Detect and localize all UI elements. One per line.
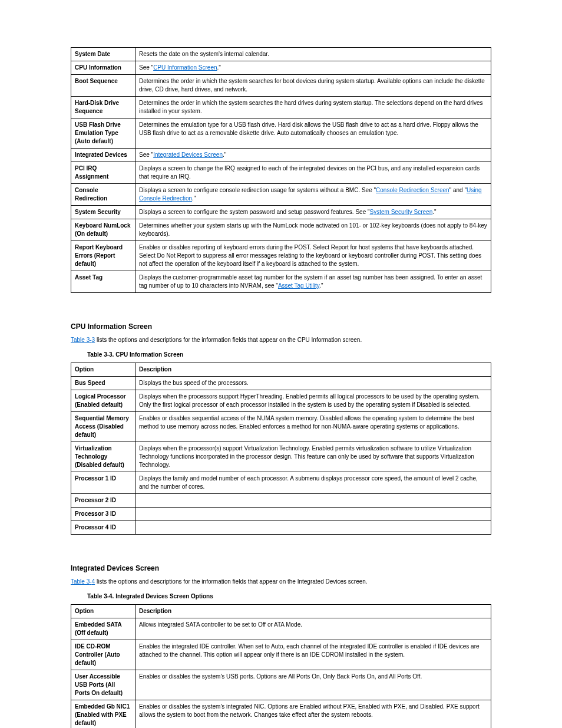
option-cell: IDE CD-ROM Controller (Auto default) xyxy=(71,640,135,670)
option-cell: Report Keyboard Errors (Report default) xyxy=(71,241,135,271)
table-row: IDE CD-ROM Controller (Auto default) Ena… xyxy=(71,640,491,670)
table-row: User Accessible USB Ports (All Ports On … xyxy=(71,670,491,700)
cpu-information-screen-link[interactable]: CPU Information Screen xyxy=(153,64,217,71)
option-cell: USB Flash Drive Emulation Type (Auto def… xyxy=(71,118,135,149)
option-cell: Processor 3 ID xyxy=(71,508,135,521)
table-row: Processor 4 ID xyxy=(71,521,491,535)
table-row: Bus Speed Displays the bus speed of the … xyxy=(71,377,491,390)
description-cell: Displays the bus speed of the processors… xyxy=(135,377,491,390)
header-option: Option xyxy=(71,363,135,377)
table-row: USB Flash Drive Emulation Type (Auto def… xyxy=(71,118,491,149)
description-cell: Resets the date on the system's internal… xyxy=(135,48,491,61)
system-setup-table: System Date Resets the date on the syste… xyxy=(71,47,491,293)
asset-tag-utility-link[interactable]: Asset Tag Utility xyxy=(278,282,319,289)
table-row: Sequential Memory Access (Disabled defau… xyxy=(71,412,491,442)
table-row: Embedded Gb NIC1 (Enabled with PXE defau… xyxy=(71,700,491,729)
cpu-table-caption: Table 3-3. CPU Information Screen xyxy=(87,351,491,358)
option-cell: Console Redirection xyxy=(71,184,135,206)
table-row: Logical Processor (Enabled default) Disp… xyxy=(71,390,491,412)
table-row: Boot Sequence Determines the order in wh… xyxy=(71,75,491,97)
description-cell: Displays when the processors support Hyp… xyxy=(135,390,491,412)
integrated-devices-table: Option Description Embedded SATA (Off de… xyxy=(71,604,491,728)
header-description: Description xyxy=(135,363,491,377)
table-row: Console Redirection Displays a screen to… xyxy=(71,184,491,206)
option-cell: User Accessible USB Ports (All Ports On … xyxy=(71,670,135,700)
intdev-table-caption: Table 3-4. Integrated Devices Screen Opt… xyxy=(87,593,491,599)
integrated-devices-heading: Integrated Devices Screen xyxy=(71,564,491,572)
table-row: Report Keyboard Errors (Report default) … xyxy=(71,241,491,271)
description-cell: Enables or disables the system's USB por… xyxy=(135,670,491,700)
description-cell: Determines whether your system starts up… xyxy=(135,219,491,241)
console-redirection-screen-link[interactable]: Console Redirection Screen xyxy=(376,187,449,193)
description-cell: Determines the order in which the system… xyxy=(135,75,491,97)
table-row: Processor 3 ID xyxy=(71,508,491,521)
description-cell: Displays a screen to configure console r… xyxy=(135,184,491,206)
description-cell xyxy=(135,508,491,521)
option-cell: Bus Speed xyxy=(71,377,135,390)
description-cell: Enables the integrated IDE controller. W… xyxy=(135,640,491,670)
header-description: Description xyxy=(135,605,491,618)
option-cell: Embedded SATA (Off default) xyxy=(71,618,135,640)
option-cell: Sequential Memory Access (Disabled defau… xyxy=(71,412,135,442)
table-row: PCI IRQ Assignment Displays a screen to … xyxy=(71,162,491,184)
integrated-devices-screen-link[interactable]: Integrated Devices Screen xyxy=(153,151,223,158)
option-cell: Keyboard NumLock (On default) xyxy=(71,219,135,241)
option-cell: Virtualization Technology (Disabled defa… xyxy=(71,442,135,472)
option-cell: Hard-Disk Drive Sequence xyxy=(71,97,135,118)
table-row: System Date Resets the date on the syste… xyxy=(71,48,491,61)
option-cell: Embedded Gb NIC1 (Enabled with PXE defau… xyxy=(71,700,135,729)
system-security-screen-link[interactable]: System Security Screen xyxy=(370,209,433,215)
description-cell: Displays the customer-programmable asset… xyxy=(135,271,491,293)
option-cell: CPU Information xyxy=(71,61,135,75)
description-cell: Displays when the processor(s) support V… xyxy=(135,442,491,472)
option-cell: Processor 1 ID xyxy=(71,472,135,494)
description-cell: Displays a screen to configure the syste… xyxy=(135,206,491,219)
table-row: Asset Tag Displays the customer-programm… xyxy=(71,271,491,293)
cpu-information-table: Option Description Bus Speed Displays th… xyxy=(71,363,491,535)
table-3-4-link[interactable]: Table 3-4 xyxy=(71,578,95,585)
table-row: Integrated Devices See "Integrated Devic… xyxy=(71,149,491,162)
table-row: Processor 1 ID Displays the family and m… xyxy=(71,472,491,494)
table-row: Embedded SATA (Off default) Allows integ… xyxy=(71,618,491,640)
description-cell: Displays the family and model number of … xyxy=(135,472,491,494)
option-cell: System Date xyxy=(71,48,135,61)
table-header-row: Option Description xyxy=(71,605,491,618)
option-cell: Processor 2 ID xyxy=(71,494,135,508)
description-cell xyxy=(135,494,491,508)
description-cell: Determines the emulation type for a USB … xyxy=(135,118,491,149)
table-row: Virtualization Technology (Disabled defa… xyxy=(71,442,491,472)
description-cell: Enables or disables the system's integra… xyxy=(135,700,491,729)
option-cell: PCI IRQ Assignment xyxy=(71,162,135,184)
option-cell: Asset Tag xyxy=(71,271,135,293)
table-3-3-link[interactable]: Table 3-3 xyxy=(71,337,95,343)
cpu-intro-text: Table 3-3 lists the options and descript… xyxy=(71,335,491,344)
option-cell: System Security xyxy=(71,206,135,219)
document-page: System Date Resets the date on the syste… xyxy=(0,0,562,728)
description-cell: Enables or disables reporting of keyboar… xyxy=(135,241,491,271)
description-cell: See "CPU Information Screen." xyxy=(135,61,491,75)
cpu-information-heading: CPU Information Screen xyxy=(71,322,491,331)
table-row: Hard-Disk Drive Sequence Determines the … xyxy=(71,97,491,118)
table-row: CPU Information See "CPU Information Scr… xyxy=(71,61,491,75)
description-cell: Determines the order in which the system… xyxy=(135,97,491,118)
option-cell: Boot Sequence xyxy=(71,75,135,97)
table-row: Processor 2 ID xyxy=(71,494,491,508)
header-option: Option xyxy=(71,605,135,618)
description-cell: Displays a screen to change the IRQ assi… xyxy=(135,162,491,184)
table-row: System Security Displays a screen to con… xyxy=(71,206,491,219)
description-cell: See "Integrated Devices Screen." xyxy=(135,149,491,162)
option-cell: Processor 4 ID xyxy=(71,521,135,535)
description-cell xyxy=(135,521,491,535)
intdev-intro-text: Table 3-4 lists the options and descript… xyxy=(71,577,491,586)
description-cell: Allows integrated SATA controller to be … xyxy=(135,618,491,640)
option-cell: Logical Processor (Enabled default) xyxy=(71,390,135,412)
description-cell: Enables or disables sequential access of… xyxy=(135,412,491,442)
option-cell: Integrated Devices xyxy=(71,149,135,162)
table-row: Keyboard NumLock (On default) Determines… xyxy=(71,219,491,241)
table-header-row: Option Description xyxy=(71,363,491,377)
